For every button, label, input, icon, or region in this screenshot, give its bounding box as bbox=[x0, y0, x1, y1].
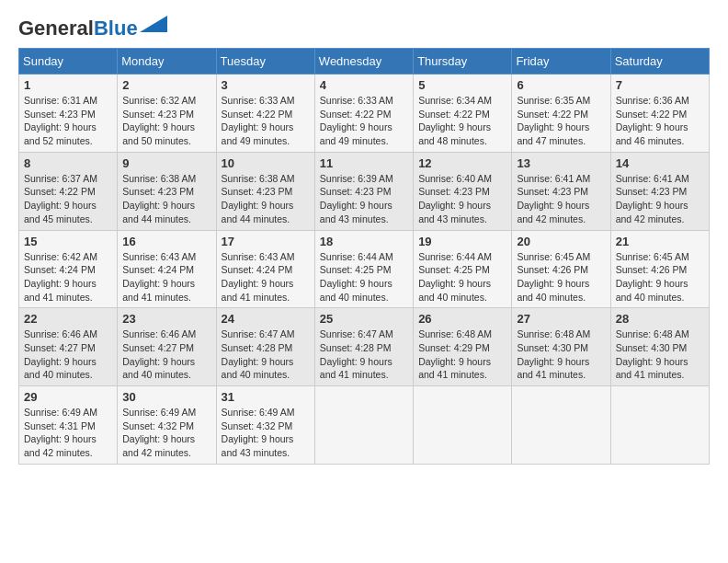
calendar-cell: 10Sunrise: 6:38 AMSunset: 4:23 PMDayligh… bbox=[216, 152, 314, 230]
day-info: Sunrise: 6:46 AMSunset: 4:27 PMDaylight:… bbox=[122, 327, 210, 382]
day-number: 9 bbox=[122, 156, 210, 170]
calendar-cell: 5Sunrise: 6:34 AMSunset: 4:22 PMDaylight… bbox=[414, 75, 512, 153]
day-number: 16 bbox=[122, 235, 210, 248]
day-number: 19 bbox=[418, 235, 506, 248]
day-number: 20 bbox=[517, 235, 605, 248]
day-info: Sunrise: 6:38 AMSunset: 4:23 PMDaylight:… bbox=[122, 172, 210, 226]
day-number: 11 bbox=[320, 156, 408, 170]
day-number: 28 bbox=[616, 312, 704, 326]
day-info: Sunrise: 6:49 AMSunset: 4:31 PMDaylight:… bbox=[24, 406, 112, 460]
calendar-cell: 28Sunrise: 6:48 AMSunset: 4:30 PMDayligh… bbox=[610, 308, 709, 386]
day-info: Sunrise: 6:39 AMSunset: 4:23 PMDaylight:… bbox=[320, 172, 408, 226]
svg-marker-0 bbox=[140, 16, 167, 32]
weekday-header: Tuesday bbox=[216, 49, 314, 75]
calendar-cell bbox=[512, 386, 610, 465]
calendar-cell: 8Sunrise: 6:37 AMSunset: 4:22 PMDaylight… bbox=[19, 152, 118, 230]
weekday-header: Friday bbox=[512, 49, 610, 75]
day-number: 13 bbox=[517, 156, 605, 170]
weekday-header: Monday bbox=[118, 49, 216, 75]
day-number: 30 bbox=[122, 390, 210, 404]
day-info: Sunrise: 6:43 AMSunset: 4:24 PMDaylight:… bbox=[222, 250, 310, 304]
calendar-cell: 3Sunrise: 6:33 AMSunset: 4:22 PMDaylight… bbox=[216, 75, 314, 153]
day-number: 1 bbox=[24, 78, 112, 92]
day-info: Sunrise: 6:46 AMSunset: 4:27 PMDaylight:… bbox=[24, 327, 112, 382]
calendar-cell: 27Sunrise: 6:48 AMSunset: 4:30 PMDayligh… bbox=[512, 308, 610, 386]
day-number: 4 bbox=[320, 78, 408, 92]
day-number: 10 bbox=[222, 156, 310, 170]
calendar-cell: 7Sunrise: 6:36 AMSunset: 4:22 PMDaylight… bbox=[610, 75, 709, 153]
calendar-cell: 25Sunrise: 6:47 AMSunset: 4:28 PMDayligh… bbox=[314, 308, 413, 386]
day-number: 2 bbox=[122, 78, 210, 92]
calendar-cell: 15Sunrise: 6:42 AMSunset: 4:24 PMDayligh… bbox=[19, 230, 118, 308]
calendar-cell: 11Sunrise: 6:39 AMSunset: 4:23 PMDayligh… bbox=[314, 152, 413, 230]
day-number: 26 bbox=[418, 312, 506, 326]
day-number: 31 bbox=[222, 390, 310, 404]
day-number: 23 bbox=[122, 312, 210, 326]
day-number: 12 bbox=[418, 156, 506, 170]
calendar-cell: 18Sunrise: 6:44 AMSunset: 4:25 PMDayligh… bbox=[314, 230, 413, 308]
calendar-cell: 2Sunrise: 6:32 AMSunset: 4:23 PMDaylight… bbox=[118, 75, 216, 153]
day-number: 5 bbox=[418, 78, 506, 92]
calendar-week-row: 8Sunrise: 6:37 AMSunset: 4:22 PMDaylight… bbox=[19, 152, 710, 230]
day-info: Sunrise: 6:33 AMSunset: 4:22 PMDaylight:… bbox=[320, 94, 408, 148]
calendar-cell: 24Sunrise: 6:47 AMSunset: 4:28 PMDayligh… bbox=[216, 308, 314, 386]
day-number: 6 bbox=[517, 78, 605, 92]
weekday-header: Saturday bbox=[610, 49, 709, 75]
calendar-week-row: 22Sunrise: 6:46 AMSunset: 4:27 PMDayligh… bbox=[19, 308, 710, 386]
day-info: Sunrise: 6:45 AMSunset: 4:26 PMDaylight:… bbox=[517, 250, 605, 304]
day-info: Sunrise: 6:49 AMSunset: 4:32 PMDaylight:… bbox=[222, 406, 310, 460]
day-info: Sunrise: 6:45 AMSunset: 4:26 PMDaylight:… bbox=[616, 250, 704, 304]
day-info: Sunrise: 6:42 AMSunset: 4:24 PMDaylight:… bbox=[24, 250, 112, 304]
day-number: 7 bbox=[616, 78, 704, 92]
weekday-header: Thursday bbox=[414, 49, 512, 75]
calendar-cell: 29Sunrise: 6:49 AMSunset: 4:31 PMDayligh… bbox=[19, 386, 118, 465]
calendar-cell: 23Sunrise: 6:46 AMSunset: 4:27 PMDayligh… bbox=[118, 308, 216, 386]
day-number: 17 bbox=[222, 235, 310, 248]
day-number: 21 bbox=[616, 235, 704, 248]
day-info: Sunrise: 6:48 AMSunset: 4:29 PMDaylight:… bbox=[418, 327, 506, 382]
calendar-cell bbox=[414, 386, 512, 465]
day-info: Sunrise: 6:32 AMSunset: 4:23 PMDaylight:… bbox=[122, 94, 210, 148]
day-number: 3 bbox=[222, 78, 310, 92]
day-info: Sunrise: 6:35 AMSunset: 4:22 PMDaylight:… bbox=[517, 94, 605, 148]
day-info: Sunrise: 6:41 AMSunset: 4:23 PMDaylight:… bbox=[616, 172, 704, 226]
calendar-cell: 6Sunrise: 6:35 AMSunset: 4:22 PMDaylight… bbox=[512, 75, 610, 153]
day-info: Sunrise: 6:31 AMSunset: 4:23 PMDaylight:… bbox=[24, 94, 112, 148]
calendar-week-row: 15Sunrise: 6:42 AMSunset: 4:24 PMDayligh… bbox=[19, 230, 710, 308]
day-number: 22 bbox=[24, 312, 112, 326]
weekday-header: Wednesday bbox=[314, 49, 413, 75]
calendar-cell: 14Sunrise: 6:41 AMSunset: 4:23 PMDayligh… bbox=[610, 152, 709, 230]
calendar-cell: 31Sunrise: 6:49 AMSunset: 4:32 PMDayligh… bbox=[216, 386, 314, 465]
calendar-week-row: 1Sunrise: 6:31 AMSunset: 4:23 PMDaylight… bbox=[19, 75, 710, 153]
day-info: Sunrise: 6:33 AMSunset: 4:22 PMDaylight:… bbox=[222, 94, 310, 148]
calendar-week-row: 29Sunrise: 6:49 AMSunset: 4:31 PMDayligh… bbox=[19, 386, 710, 465]
logo-general: General bbox=[18, 17, 94, 40]
page-header: GeneralBlue bbox=[18, 18, 710, 39]
calendar-cell: 1Sunrise: 6:31 AMSunset: 4:23 PMDaylight… bbox=[19, 75, 118, 153]
day-info: Sunrise: 6:43 AMSunset: 4:24 PMDaylight:… bbox=[122, 250, 210, 304]
day-info: Sunrise: 6:36 AMSunset: 4:22 PMDaylight:… bbox=[616, 94, 704, 148]
calendar-cell bbox=[314, 386, 413, 465]
day-number: 8 bbox=[24, 156, 112, 170]
day-number: 15 bbox=[24, 235, 112, 248]
day-info: Sunrise: 6:40 AMSunset: 4:23 PMDaylight:… bbox=[418, 172, 506, 226]
calendar-cell: 19Sunrise: 6:44 AMSunset: 4:25 PMDayligh… bbox=[414, 230, 512, 308]
logo-blue: Blue bbox=[94, 17, 138, 40]
day-info: Sunrise: 6:34 AMSunset: 4:22 PMDaylight:… bbox=[418, 94, 506, 148]
day-info: Sunrise: 6:48 AMSunset: 4:30 PMDaylight:… bbox=[517, 327, 605, 382]
day-info: Sunrise: 6:44 AMSunset: 4:25 PMDaylight:… bbox=[418, 250, 506, 304]
calendar-cell: 17Sunrise: 6:43 AMSunset: 4:24 PMDayligh… bbox=[216, 230, 314, 308]
logo-icon bbox=[140, 16, 167, 32]
calendar-cell: 16Sunrise: 6:43 AMSunset: 4:24 PMDayligh… bbox=[118, 230, 216, 308]
day-info: Sunrise: 6:49 AMSunset: 4:32 PMDaylight:… bbox=[122, 406, 210, 460]
calendar-cell: 22Sunrise: 6:46 AMSunset: 4:27 PMDayligh… bbox=[19, 308, 118, 386]
calendar-cell: 12Sunrise: 6:40 AMSunset: 4:23 PMDayligh… bbox=[414, 152, 512, 230]
day-info: Sunrise: 6:48 AMSunset: 4:30 PMDaylight:… bbox=[616, 327, 704, 382]
day-number: 24 bbox=[222, 312, 310, 326]
day-info: Sunrise: 6:37 AMSunset: 4:22 PMDaylight:… bbox=[24, 172, 112, 226]
calendar-cell: 21Sunrise: 6:45 AMSunset: 4:26 PMDayligh… bbox=[610, 230, 709, 308]
calendar-cell: 9Sunrise: 6:38 AMSunset: 4:23 PMDaylight… bbox=[118, 152, 216, 230]
calendar-cell: 20Sunrise: 6:45 AMSunset: 4:26 PMDayligh… bbox=[512, 230, 610, 308]
calendar-cell: 26Sunrise: 6:48 AMSunset: 4:29 PMDayligh… bbox=[414, 308, 512, 386]
calendar-cell: 13Sunrise: 6:41 AMSunset: 4:23 PMDayligh… bbox=[512, 152, 610, 230]
